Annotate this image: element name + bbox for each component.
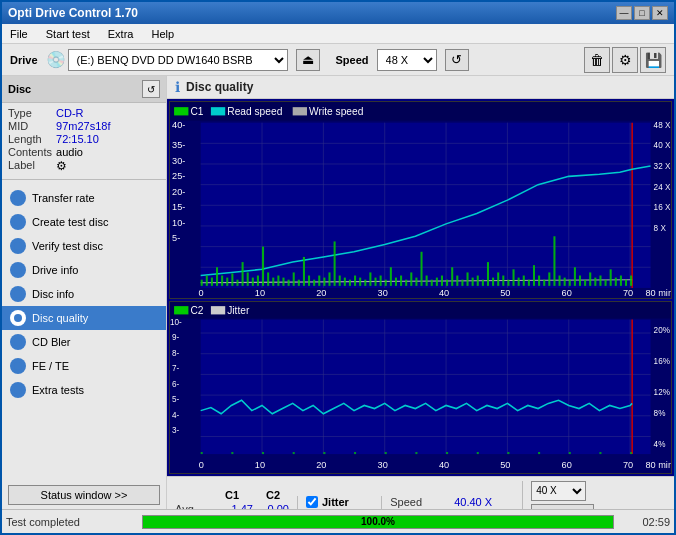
svg-rect-67 bbox=[303, 257, 305, 286]
label-icon-btn[interactable]: ⚙ bbox=[56, 159, 160, 173]
svg-rect-79 bbox=[364, 280, 366, 286]
svg-rect-90 bbox=[421, 252, 423, 286]
options-button[interactable]: ⚙ bbox=[612, 47, 638, 73]
menu-file[interactable]: File bbox=[6, 27, 32, 41]
svg-text:16 X: 16 X bbox=[654, 203, 671, 212]
menu-help[interactable]: Help bbox=[147, 27, 178, 41]
nav-transfer-rate[interactable]: Transfer rate bbox=[2, 186, 166, 210]
svg-rect-62 bbox=[277, 276, 279, 286]
minimize-button[interactable]: — bbox=[616, 6, 632, 20]
nav-verify-test-disc[interactable]: Verify test disc bbox=[2, 234, 166, 258]
svg-text:16%: 16% bbox=[654, 357, 671, 366]
save-button[interactable]: 💾 bbox=[640, 47, 666, 73]
svg-rect-96 bbox=[451, 267, 453, 286]
svg-rect-86 bbox=[400, 276, 402, 286]
svg-rect-77 bbox=[354, 276, 356, 286]
svg-rect-121 bbox=[579, 276, 581, 286]
svg-text:30: 30 bbox=[378, 460, 388, 470]
nav-label-verify-test-disc: Verify test disc bbox=[32, 240, 103, 252]
speed-select[interactable]: 48 X bbox=[377, 49, 437, 71]
svg-rect-171 bbox=[354, 452, 356, 454]
nav-label-transfer-rate: Transfer rate bbox=[32, 192, 95, 204]
svg-text:24 X: 24 X bbox=[654, 183, 671, 192]
svg-rect-124 bbox=[594, 278, 596, 286]
svg-rect-6 bbox=[293, 107, 307, 115]
svg-rect-176 bbox=[507, 452, 509, 454]
svg-rect-105 bbox=[497, 272, 499, 285]
menu-extra[interactable]: Extra bbox=[104, 27, 138, 41]
clear-button[interactable]: 🗑 bbox=[584, 47, 610, 73]
menu-start-test[interactable]: Start test bbox=[42, 27, 94, 41]
nav-disc-info[interactable]: Disc info bbox=[2, 282, 166, 306]
drive-select[interactable]: (E:) BENQ DVD DD DW1640 BSRB bbox=[68, 49, 288, 71]
nav-create-test-disc[interactable]: Create test disc bbox=[2, 210, 166, 234]
svg-rect-88 bbox=[410, 272, 412, 285]
svg-rect-80 bbox=[369, 272, 371, 285]
svg-rect-122 bbox=[584, 280, 586, 286]
svg-rect-115 bbox=[548, 272, 550, 285]
nav-cd-bler[interactable]: CD Bler bbox=[2, 330, 166, 354]
nav-label-cd-bler: CD Bler bbox=[32, 336, 71, 348]
svg-rect-119 bbox=[569, 280, 571, 286]
svg-rect-134 bbox=[174, 306, 188, 314]
svg-text:15-: 15- bbox=[172, 202, 185, 212]
svg-rect-167 bbox=[231, 452, 233, 454]
svg-text:5-: 5- bbox=[172, 396, 180, 405]
svg-text:10-: 10- bbox=[170, 318, 182, 327]
svg-rect-53 bbox=[231, 273, 233, 285]
nav-disc-quality[interactable]: Disc quality bbox=[2, 306, 166, 330]
nav-drive-info[interactable]: Drive info bbox=[2, 258, 166, 282]
title-bar: Opti Drive Control 1.70 — □ ✕ bbox=[2, 2, 674, 24]
nav-extra-tests[interactable]: Extra tests bbox=[2, 378, 166, 402]
svg-rect-58 bbox=[257, 276, 259, 286]
svg-text:70: 70 bbox=[623, 460, 633, 470]
nav-fe-te[interactable]: FE / TE bbox=[2, 354, 166, 378]
jitter-stats: Jitter 9.5% 11.3% bbox=[297, 496, 373, 509]
svg-text:30-: 30- bbox=[172, 156, 185, 166]
svg-rect-102 bbox=[482, 280, 484, 286]
svg-rect-169 bbox=[293, 452, 295, 454]
svg-text:4%: 4% bbox=[654, 440, 666, 449]
svg-rect-48 bbox=[206, 276, 208, 286]
stats-c1c2: C1 C2 Avg 1.47 0.00 Max 31 0 Total bbox=[175, 489, 289, 509]
disc-refresh-button[interactable]: ↺ bbox=[142, 80, 160, 98]
speed-right-select[interactable]: 40 X bbox=[531, 481, 586, 501]
c2-header: C2 bbox=[257, 489, 289, 501]
svg-rect-166 bbox=[201, 452, 203, 454]
svg-text:10: 10 bbox=[255, 460, 265, 470]
maximize-button[interactable]: □ bbox=[634, 6, 650, 20]
svg-text:C2: C2 bbox=[190, 306, 203, 317]
chart1-container: C1 Read speed Write speed bbox=[169, 101, 672, 299]
svg-text:Read speed: Read speed bbox=[227, 106, 282, 117]
svg-text:3-: 3- bbox=[172, 427, 180, 436]
speed-row: Speed 40.40 X bbox=[390, 496, 514, 508]
close-button[interactable]: ✕ bbox=[652, 6, 668, 20]
contents-value: audio bbox=[56, 146, 160, 158]
svg-text:Write speed: Write speed bbox=[309, 106, 364, 117]
speed-position-stats: Speed 40.40 X Position 72:14.00 Samples … bbox=[381, 496, 514, 509]
jitter-checkbox[interactable] bbox=[306, 496, 318, 508]
svg-rect-179 bbox=[599, 452, 601, 454]
svg-text:8 X: 8 X bbox=[654, 224, 667, 233]
svg-rect-174 bbox=[446, 452, 448, 454]
status-window-button[interactable]: Status window >> bbox=[8, 485, 160, 505]
stats-bar: C1 C2 Avg 1.47 0.00 Max 31 0 Total bbox=[167, 476, 674, 509]
chart1-svg: C1 Read speed Write speed bbox=[170, 102, 671, 298]
svg-rect-87 bbox=[405, 280, 407, 286]
svg-text:60: 60 bbox=[562, 460, 572, 470]
svg-rect-82 bbox=[380, 276, 382, 286]
svg-text:8%: 8% bbox=[654, 409, 666, 418]
svg-text:35-: 35- bbox=[172, 140, 185, 150]
time-display: 02:59 bbox=[620, 516, 670, 528]
nav-icon-disc-quality bbox=[10, 310, 26, 326]
chart2-svg: C2 Jitter bbox=[170, 302, 671, 473]
drive-icon: 💿 bbox=[46, 50, 66, 69]
disc-header: Disc ↺ bbox=[2, 76, 166, 103]
refresh-button[interactable]: ↺ bbox=[445, 49, 469, 71]
svg-text:48 X: 48 X bbox=[654, 121, 671, 130]
svg-rect-2 bbox=[174, 107, 188, 115]
svg-rect-56 bbox=[247, 272, 249, 285]
svg-rect-85 bbox=[395, 278, 397, 286]
svg-rect-127 bbox=[610, 269, 612, 286]
eject-button[interactable]: ⏏ bbox=[296, 49, 320, 71]
